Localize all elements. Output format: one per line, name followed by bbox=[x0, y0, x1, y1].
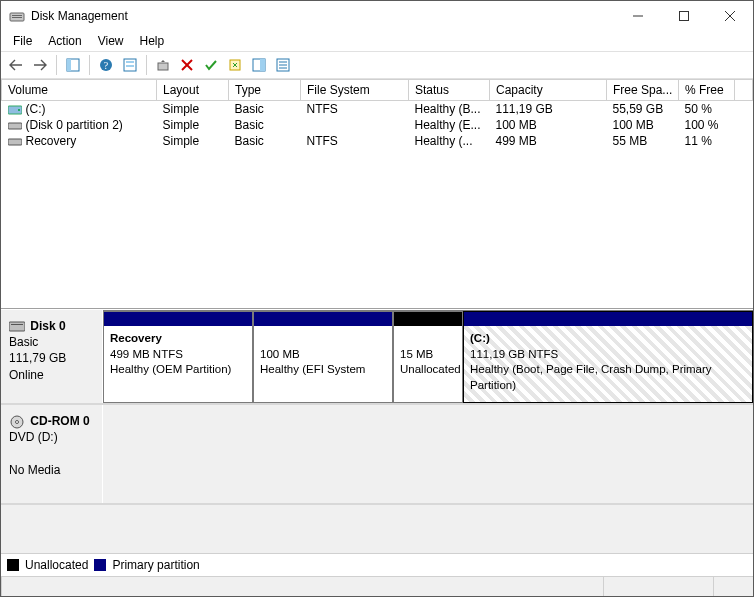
unalloc-size: 15 MB bbox=[400, 348, 433, 360]
c-title: (C:) bbox=[470, 332, 490, 344]
volume-fs: NTFS bbox=[301, 101, 409, 118]
c-status: Healthy (Boot, Page File, Crash Dump, Pr… bbox=[470, 363, 712, 391]
volume-icon bbox=[8, 105, 22, 115]
volume-free: 100 MB bbox=[607, 117, 679, 133]
stripe-primary bbox=[254, 312, 392, 326]
disk-header-disk0[interactable]: Disk 0 Basic 111,79 GB Online bbox=[1, 310, 103, 403]
col-status[interactable]: Status bbox=[409, 80, 490, 101]
svg-rect-19 bbox=[260, 59, 265, 71]
delete-icon[interactable] bbox=[176, 54, 198, 76]
volume-table: Volume Layout Type File System Status Ca… bbox=[1, 79, 753, 149]
apply-icon[interactable] bbox=[200, 54, 222, 76]
svg-rect-14 bbox=[158, 63, 168, 70]
svg-rect-12 bbox=[126, 61, 134, 63]
svg-rect-8 bbox=[67, 59, 71, 71]
disk-row-disk0[interactable]: Disk 0 Basic 111,79 GB Online Recovery 4… bbox=[1, 310, 753, 405]
volume-pct: 11 % bbox=[679, 133, 735, 149]
cdrom-icon bbox=[9, 415, 25, 429]
col-volume[interactable]: Volume bbox=[2, 80, 157, 101]
show-hide-console-tree-button[interactable] bbox=[62, 54, 84, 76]
partition-efi[interactable]: 100 MB Healthy (EFI System bbox=[253, 311, 393, 403]
col-pctfree[interactable]: % Free bbox=[679, 80, 735, 101]
partition-recovery[interactable]: Recovery 499 MB NTFS Healthy (OEM Partit… bbox=[103, 311, 253, 403]
col-filesystem[interactable]: File System bbox=[301, 80, 409, 101]
volume-pct: 100 % bbox=[679, 117, 735, 133]
disk0-type: Basic bbox=[9, 335, 38, 349]
volume-capacity: 111,19 GB bbox=[490, 101, 607, 118]
partition-unallocated[interactable]: 15 MB Unallocated bbox=[393, 311, 463, 403]
volume-list-pane[interactable]: Volume Layout Type File System Status Ca… bbox=[1, 79, 753, 309]
cdrom-title: CD-ROM 0 bbox=[30, 414, 89, 428]
svg-rect-26 bbox=[8, 123, 22, 129]
legend-primary: Primary partition bbox=[112, 558, 199, 572]
cdrom-state: No Media bbox=[9, 463, 60, 477]
menu-view[interactable]: View bbox=[90, 32, 132, 50]
disk0-map: Recovery 499 MB NTFS Healthy (OEM Partit… bbox=[103, 310, 753, 403]
cdrom-map-empty bbox=[103, 405, 753, 503]
menu-help[interactable]: Help bbox=[132, 32, 173, 50]
window-title: Disk Management bbox=[31, 9, 615, 23]
minimize-button[interactable] bbox=[615, 1, 661, 31]
table-row[interactable]: (Disk 0 partition 2)SimpleBasicHealthy (… bbox=[2, 117, 753, 133]
table-header-row: Volume Layout Type File System Status Ca… bbox=[2, 80, 753, 101]
forward-button[interactable] bbox=[29, 54, 51, 76]
volume-free: 55 MB bbox=[607, 133, 679, 149]
volume-status: Healthy (... bbox=[409, 133, 490, 149]
menu-action[interactable]: Action bbox=[40, 32, 89, 50]
svg-rect-27 bbox=[8, 139, 22, 145]
legend-swatch-unallocated bbox=[7, 559, 19, 571]
legend-unallocated: Unallocated bbox=[25, 558, 88, 572]
disk-header-cdrom[interactable]: CD-ROM 0 DVD (D:) No Media bbox=[1, 405, 103, 503]
toolbar: ? bbox=[1, 51, 753, 79]
partition-c[interactable]: (C:) 111,19 GB NTFS Healthy (Boot, Page … bbox=[463, 311, 753, 403]
col-capacity[interactable]: Capacity bbox=[490, 80, 607, 101]
volume-name: Recovery bbox=[26, 134, 77, 148]
svg-rect-1 bbox=[12, 15, 22, 16]
legend: Unallocated Primary partition bbox=[1, 553, 753, 576]
disk-icon bbox=[9, 320, 25, 334]
stripe-primary bbox=[104, 312, 252, 326]
recovery-size: 499 MB NTFS bbox=[110, 348, 183, 360]
volume-fs bbox=[301, 117, 409, 133]
volume-name: (C:) bbox=[26, 102, 46, 116]
refresh-button[interactable] bbox=[152, 54, 174, 76]
col-type[interactable]: Type bbox=[229, 80, 301, 101]
help-button[interactable]: ? bbox=[95, 54, 117, 76]
volume-fs: NTFS bbox=[301, 133, 409, 149]
maximize-button[interactable] bbox=[661, 1, 707, 31]
settings-button[interactable] bbox=[119, 54, 141, 76]
recovery-title: Recovery bbox=[110, 332, 162, 344]
rescan-disks-button[interactable] bbox=[224, 54, 246, 76]
disk0-title: Disk 0 bbox=[30, 319, 65, 333]
svg-point-31 bbox=[16, 420, 19, 423]
menubar: File Action View Help bbox=[1, 31, 753, 51]
disk-row-cdrom[interactable]: CD-ROM 0 DVD (D:) No Media bbox=[1, 405, 753, 505]
stripe-unallocated bbox=[394, 312, 462, 326]
table-row[interactable]: RecoverySimpleBasicNTFSHealthy (...499 M… bbox=[2, 133, 753, 149]
titlebar: Disk Management bbox=[1, 1, 753, 31]
volume-type: Basic bbox=[229, 133, 301, 149]
volume-layout: Simple bbox=[157, 117, 229, 133]
disk-map-scroll[interactable]: Disk 0 Basic 111,79 GB Online Recovery 4… bbox=[1, 310, 753, 553]
back-button[interactable] bbox=[5, 54, 27, 76]
close-button[interactable] bbox=[707, 1, 753, 31]
volume-type: Basic bbox=[229, 101, 301, 118]
app-icon bbox=[9, 8, 25, 24]
svg-rect-2 bbox=[12, 17, 22, 18]
action-list-button[interactable] bbox=[248, 54, 270, 76]
stripe-primary bbox=[464, 312, 752, 326]
disk0-size: 111,79 GB bbox=[9, 351, 66, 365]
recovery-status: Healthy (OEM Partition) bbox=[110, 363, 231, 375]
cdrom-sub: DVD (D:) bbox=[9, 430, 58, 444]
svg-rect-25 bbox=[18, 109, 20, 111]
col-spacer bbox=[735, 80, 753, 101]
legend-swatch-primary bbox=[94, 559, 106, 571]
disk-map-pane: Disk 0 Basic 111,79 GB Online Recovery 4… bbox=[1, 309, 753, 576]
svg-rect-29 bbox=[11, 324, 23, 325]
properties-button[interactable] bbox=[272, 54, 294, 76]
volume-layout: Simple bbox=[157, 101, 229, 118]
table-row[interactable]: (C:)SimpleBasicNTFSHealthy (B...111,19 G… bbox=[2, 101, 753, 118]
col-freespace[interactable]: Free Spa... bbox=[607, 80, 679, 101]
col-layout[interactable]: Layout bbox=[157, 80, 229, 101]
menu-file[interactable]: File bbox=[5, 32, 40, 50]
